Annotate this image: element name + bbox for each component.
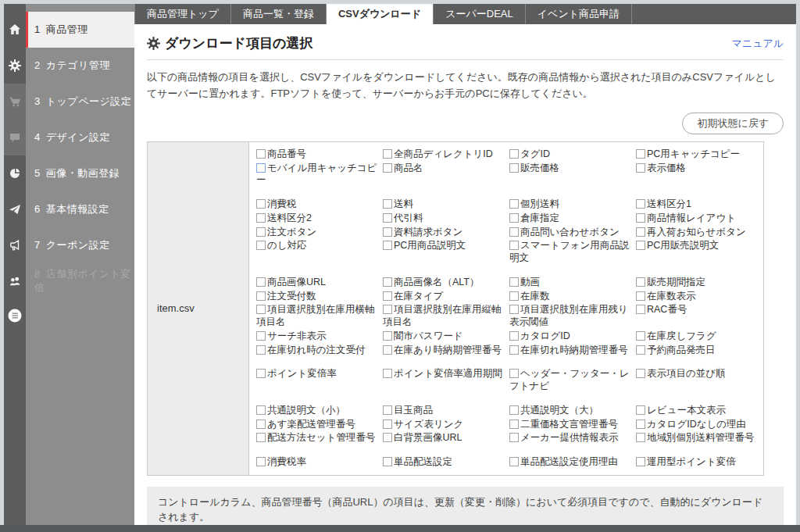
checkbox[interactable] <box>509 345 519 355</box>
csv-item-checkbox[interactable]: 消費税 <box>256 198 379 212</box>
checkbox[interactable] <box>383 199 392 209</box>
csv-item-checkbox[interactable]: 地域別個別送料管理番号 <box>636 431 759 445</box>
list-circle-icon[interactable] <box>4 302 26 329</box>
tab-2[interactable]: 商品一覧・登録 <box>230 4 326 24</box>
csv-item-checkbox[interactable]: 消費税率 <box>256 455 379 470</box>
checkbox[interactable] <box>509 149 519 159</box>
checkbox[interactable] <box>256 331 266 341</box>
checkbox[interactable] <box>256 149 266 159</box>
checkbox[interactable] <box>636 149 645 159</box>
checkbox[interactable] <box>636 241 645 250</box>
checkbox[interactable] <box>383 241 392 250</box>
csv-item-checkbox[interactable]: 表示項目の並び順 <box>636 367 759 394</box>
csv-item-checkbox[interactable]: 在庫戻しフラグ <box>636 330 759 344</box>
csv-item-checkbox[interactable]: 再入荷お知らせボタン <box>636 226 759 240</box>
checkbox[interactable] <box>509 305 519 314</box>
checkbox[interactable] <box>636 199 645 209</box>
csv-item-checkbox[interactable]: 予約商品発売日 <box>636 344 759 358</box>
sidebar-item-4[interactable]: 4 デザイン設定 <box>4 120 134 155</box>
checkbox[interactable] <box>509 213 519 223</box>
csv-item-checkbox[interactable]: 資料請求ボタン <box>383 226 505 240</box>
checkbox[interactable] <box>256 433 266 442</box>
csv-item-checkbox[interactable]: ポイント変倍率 <box>256 367 379 394</box>
checkbox[interactable] <box>383 420 392 429</box>
checkbox[interactable] <box>383 457 392 466</box>
csv-item-checkbox[interactable]: 項目選択肢別在庫用残り表示閾値 <box>509 303 632 330</box>
sidebar-item-5[interactable]: 5 画像・動画登録 <box>4 155 134 191</box>
csv-item-checkbox[interactable]: 商品番号 <box>256 148 379 162</box>
csv-item-checkbox[interactable]: 送料区分1 <box>636 198 759 212</box>
checkbox[interactable] <box>636 345 645 355</box>
csv-item-checkbox[interactable]: スマートフォン用商品説明文 <box>509 239 632 266</box>
reset-button[interactable]: 初期状態に戻す <box>682 112 784 134</box>
checkbox[interactable] <box>256 227 266 237</box>
checkbox[interactable] <box>383 163 392 173</box>
csv-item-checkbox[interactable]: 白背景画像URL <box>383 431 505 445</box>
checkbox[interactable] <box>509 241 519 250</box>
checkbox[interactable] <box>383 433 392 442</box>
csv-item-checkbox[interactable]: 販売期間指定 <box>636 276 759 290</box>
checkbox[interactable] <box>256 199 266 209</box>
csv-item-checkbox[interactable]: サイズ表リンク <box>383 418 505 432</box>
tab-4[interactable]: スーパーDEAL <box>433 4 525 24</box>
tab-1[interactable]: 商品管理トップ <box>134 4 230 24</box>
csv-item-checkbox[interactable]: 送料 <box>383 198 505 212</box>
csv-item-checkbox[interactable]: タグID <box>509 148 632 162</box>
checkbox[interactable] <box>509 227 519 237</box>
csv-item-checkbox[interactable]: 注文ボタン <box>256 226 379 240</box>
checkbox[interactable] <box>509 420 519 429</box>
csv-item-checkbox[interactable]: PC用キャッチコピー <box>636 148 759 162</box>
csv-item-checkbox[interactable]: 在庫あり時納期管理番号 <box>383 344 505 358</box>
checkbox[interactable] <box>509 199 519 209</box>
csv-item-checkbox[interactable]: 商品画像URL <box>256 276 379 290</box>
checkbox[interactable] <box>509 291 519 301</box>
csv-item-checkbox[interactable]: 商品名 <box>383 162 505 188</box>
checkbox[interactable] <box>636 369 645 378</box>
manual-link[interactable]: マニュアル <box>731 37 784 51</box>
csv-item-checkbox[interactable]: レビュー本文表示 <box>636 404 759 418</box>
checkbox[interactable] <box>383 331 392 341</box>
csv-item-checkbox[interactable]: モバイル用キャッチコピー <box>256 162 379 188</box>
checkbox[interactable] <box>256 213 266 223</box>
csv-item-checkbox[interactable]: 注文受付数 <box>256 290 379 304</box>
csv-item-checkbox[interactable]: 在庫数 <box>509 290 632 304</box>
checkbox[interactable] <box>256 277 266 287</box>
csv-item-checkbox[interactable]: 単品配送設定使用理由 <box>509 455 632 470</box>
checkbox[interactable] <box>256 291 266 301</box>
checkbox[interactable] <box>636 291 645 301</box>
csv-item-checkbox[interactable]: 配送方法セット管理番号 <box>256 431 379 445</box>
csv-item-checkbox[interactable]: 共通説明文（大） <box>509 404 632 418</box>
checkbox[interactable] <box>636 277 645 287</box>
checkbox[interactable] <box>636 433 645 442</box>
sidebar-item-1[interactable]: 1 商品管理 <box>4 12 134 48</box>
csv-item-checkbox[interactable]: 販売価格 <box>509 162 632 188</box>
csv-item-checkbox[interactable]: 目玉商品 <box>383 404 505 418</box>
checkbox[interactable] <box>383 213 392 223</box>
checkbox[interactable] <box>636 227 645 237</box>
checkbox[interactable] <box>509 163 519 173</box>
csv-item-checkbox[interactable]: 在庫タイプ <box>383 290 505 304</box>
csv-item-checkbox[interactable]: RAC番号 <box>636 303 759 330</box>
csv-item-checkbox[interactable]: 単品配送設定 <box>383 455 505 470</box>
csv-item-checkbox[interactable]: 在庫切れ時納期管理番号 <box>509 344 632 358</box>
checkbox[interactable] <box>383 305 392 314</box>
checkbox[interactable] <box>509 433 519 442</box>
csv-item-checkbox[interactable]: 在庫切れ時の注文受付 <box>256 344 379 358</box>
checkbox[interactable] <box>256 405 266 415</box>
checkbox[interactable] <box>636 213 645 223</box>
csv-item-checkbox[interactable]: 動画 <box>509 276 632 290</box>
checkbox[interactable] <box>509 457 519 466</box>
csv-item-checkbox[interactable]: 個別送料 <box>509 198 632 212</box>
checkbox[interactable] <box>383 149 392 159</box>
csv-item-checkbox[interactable]: 運用型ポイント変倍 <box>636 455 759 470</box>
csv-item-checkbox[interactable]: メーカー提供情報表示 <box>509 431 632 445</box>
csv-item-checkbox[interactable]: 全商品ディレクトリID <box>383 148 505 162</box>
csv-item-checkbox[interactable]: PC用商品説明文 <box>383 239 505 266</box>
csv-item-checkbox[interactable]: 代引料 <box>383 212 505 226</box>
sidebar-item-2[interactable]: 2 カテゴリ管理 <box>4 48 134 84</box>
checkbox[interactable] <box>509 277 519 287</box>
csv-item-checkbox[interactable]: ポイント変倍率適用期間 <box>383 367 505 394</box>
sidebar-item-3[interactable]: 3 トップページ設定 <box>4 84 134 120</box>
checkbox[interactable] <box>636 163 645 173</box>
checkbox[interactable] <box>383 369 392 378</box>
